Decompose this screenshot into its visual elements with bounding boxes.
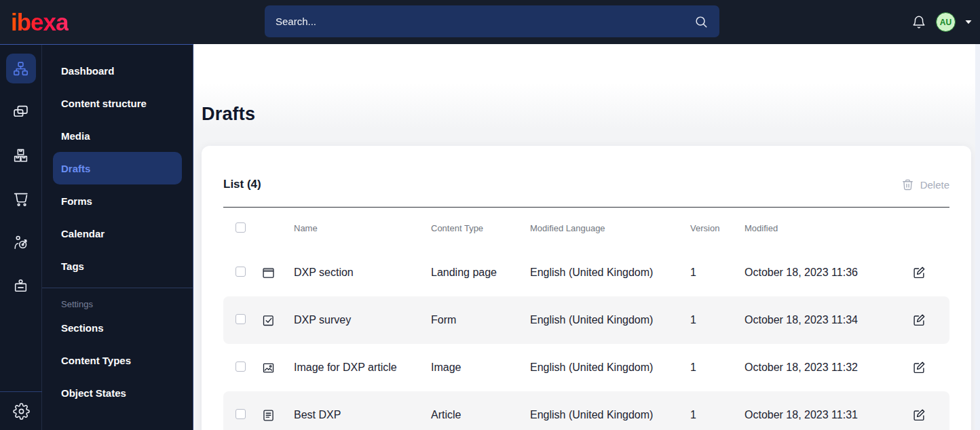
global-search[interactable] [265, 5, 719, 37]
form-icon [261, 313, 276, 328]
select-row-checkbox[interactable] [235, 267, 246, 277]
customer-portal-badge-icon [12, 277, 29, 294]
sidebar-item-content-types[interactable]: Content Types [53, 344, 182, 376]
article-icon [261, 408, 276, 423]
table-header-row: Name Content Type Modified Language Vers… [223, 208, 949, 249]
select-row-checkbox[interactable] [235, 314, 246, 324]
column-header-modified: Modified [745, 223, 888, 233]
edit-button[interactable] [910, 359, 928, 376]
settings-section-header: Settings [61, 296, 182, 311]
sidebar-item-label: Drafts [61, 163, 90, 174]
row-name[interactable]: DXP survey [294, 314, 431, 326]
sidebar-item-label: Dashboard [61, 65, 114, 77]
column-header-modified-language: Modified Language [530, 223, 690, 233]
row-name[interactable]: Image for DXP article [294, 361, 431, 374]
column-header-version: Version [690, 223, 745, 233]
sidebar-item-media[interactable]: Media [53, 119, 182, 152]
sidebar: Dashboard Content structure Media Drafts… [0, 44, 193, 430]
rail-item-admin[interactable] [0, 391, 42, 430]
avatar-initials: AU [940, 18, 951, 27]
row-name[interactable]: Best DXP [294, 409, 431, 421]
topbar: ibexa AU [0, 0, 980, 44]
column-header-name: Name [294, 223, 431, 233]
sidebar-item-label: Media [61, 130, 90, 142]
list-title: List (4) [223, 178, 261, 191]
drafts-table: Name Content Type Modified Language Vers… [223, 207, 949, 430]
commerce-cart-icon [12, 191, 29, 208]
scrollbar-track[interactable] [975, 44, 980, 430]
sidebar-item-label: Content structure [61, 98, 147, 109]
sidebar-item-label: Object States [61, 387, 126, 399]
row-version: 1 [690, 267, 745, 279]
products-boxes-icon [12, 147, 29, 164]
table-row[interactable]: DXP section Landing page English (United… [223, 249, 949, 296]
sidebar-item-label: Calendar [61, 228, 105, 239]
icon-rail [0, 45, 42, 430]
row-modified-language: English (United Kingdom) [530, 267, 690, 279]
table-row[interactable]: Best DXP Article English (United Kingdom… [223, 391, 949, 430]
notifications-bell-icon[interactable] [911, 15, 926, 30]
sidebar-menu: Dashboard Content structure Media Drafts… [42, 45, 193, 430]
trash-icon [901, 178, 914, 191]
sidebar-item-label: Forms [61, 195, 92, 207]
sidebar-item-dashboard[interactable]: Dashboard [53, 54, 182, 87]
main-content: Drafts List (4) Delete Name Cont [194, 44, 980, 430]
pages-icon [12, 104, 29, 121]
sidebar-item-tags[interactable]: Tags [53, 250, 182, 282]
page-title: Drafts [202, 104, 255, 125]
landing-page-icon [261, 266, 276, 280]
sidebar-item-forms[interactable]: Forms [53, 184, 182, 217]
sidebar-item-calendar[interactable]: Calendar [53, 217, 182, 250]
row-modified-language: English (United Kingdom) [530, 361, 690, 374]
sidebar-item-label: Tags [61, 260, 84, 272]
rail-item-personalization[interactable] [6, 227, 36, 257]
select-row-checkbox[interactable] [235, 409, 246, 419]
ibexa-logo: ibexa [11, 10, 69, 34]
select-all-checkbox[interactable] [235, 222, 246, 233]
row-modified: October 18, 2023 11:34 [745, 314, 888, 326]
sidebar-item-content-structure[interactable]: Content structure [53, 87, 182, 119]
card-header: List (4) Delete [223, 173, 949, 196]
delete-button[interactable]: Delete [901, 178, 949, 191]
sidebar-item-label: Content Types [61, 355, 131, 366]
rail-item-products[interactable] [6, 140, 36, 170]
row-content-type: Image [431, 361, 530, 374]
topbar-right: AU [911, 0, 972, 44]
user-avatar[interactable]: AU [936, 12, 956, 32]
image-icon [261, 361, 276, 375]
search-icon[interactable] [694, 14, 709, 29]
table-row[interactable]: DXP survey Form English (United Kingdom)… [223, 296, 949, 344]
content-tree-icon [12, 60, 29, 77]
edit-button[interactable] [910, 406, 928, 424]
admin-gear-icon [13, 403, 30, 420]
row-content-type: Article [431, 409, 530, 421]
user-menu-chevron-down-icon[interactable] [965, 20, 972, 24]
drafts-card: List (4) Delete Name Content Type Modif [202, 146, 971, 430]
row-modified: October 18, 2023 11:36 [745, 267, 888, 279]
row-content-type: Form [431, 314, 530, 326]
rail-item-commerce[interactable] [6, 184, 36, 214]
row-version: 1 [690, 314, 745, 326]
rail-item-content[interactable] [6, 54, 36, 83]
search-input[interactable] [265, 16, 694, 27]
row-version: 1 [690, 409, 745, 421]
sidebar-item-object-states[interactable]: Object States [53, 376, 182, 409]
edit-button[interactable] [910, 311, 928, 329]
sidebar-item-drafts[interactable]: Drafts [53, 152, 182, 184]
rail-item-customer-portal[interactable] [6, 271, 36, 300]
rail-item-pages[interactable] [6, 97, 36, 127]
sidebar-item-label: Sections [61, 322, 104, 334]
row-name[interactable]: DXP section [294, 267, 431, 279]
table-row[interactable]: Image for DXP article Image English (Uni… [223, 344, 949, 391]
row-content-type: Landing page [431, 267, 530, 279]
row-version: 1 [690, 361, 745, 374]
select-row-checkbox[interactable] [235, 361, 246, 372]
personalization-target-icon [12, 234, 29, 251]
sidebar-item-sections[interactable]: Sections [53, 311, 182, 344]
delete-label: Delete [920, 179, 949, 191]
settings-divider [42, 288, 193, 288]
column-header-content-type: Content Type [431, 223, 530, 233]
edit-button[interactable] [910, 264, 928, 281]
row-modified: October 18, 2023 11:31 [745, 409, 888, 421]
row-modified-language: English (United Kingdom) [530, 314, 690, 326]
